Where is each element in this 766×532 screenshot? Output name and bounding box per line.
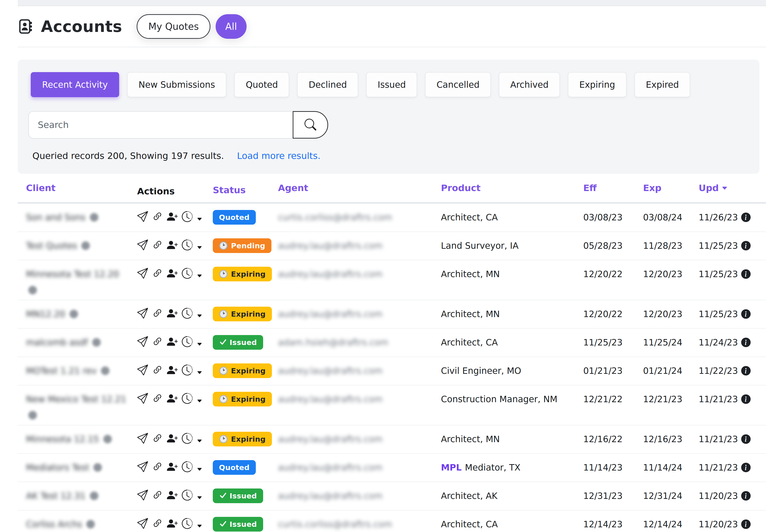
actions-caret-down-icon[interactable]: [197, 367, 202, 378]
tab-recent-activity[interactable]: Recent Activity: [31, 72, 119, 97]
send-icon[interactable]: [137, 393, 148, 406]
link-icon[interactable]: [152, 518, 163, 532]
client-cell[interactable]: New Mexico Test 12.21: [26, 394, 135, 419]
info-icon[interactable]: [741, 241, 751, 253]
actions-caret-down-icon[interactable]: [197, 214, 202, 225]
info-icon[interactable]: [741, 213, 751, 225]
add-contact-icon[interactable]: [167, 365, 178, 378]
link-icon[interactable]: [152, 240, 163, 253]
history-icon[interactable]: [182, 393, 193, 406]
info-icon[interactable]: [741, 491, 751, 503]
history-icon[interactable]: [182, 211, 193, 225]
actions-caret-down-icon[interactable]: [197, 464, 202, 475]
send-icon[interactable]: [137, 490, 148, 503]
info-icon[interactable]: [741, 394, 751, 406]
info-icon[interactable]: [741, 269, 751, 281]
add-contact-icon[interactable]: [167, 336, 178, 350]
send-icon[interactable]: [137, 308, 148, 321]
history-icon[interactable]: [182, 268, 193, 281]
link-icon[interactable]: [152, 433, 163, 446]
client-cell[interactable]: Minnesota 12.15: [26, 434, 135, 445]
link-icon[interactable]: [152, 308, 163, 321]
column-header-client[interactable]: Client: [26, 183, 135, 193]
add-contact-icon[interactable]: [167, 211, 178, 225]
history-icon[interactable]: [182, 365, 193, 378]
client-name[interactable]: Mediators Test: [26, 462, 89, 473]
info-icon[interactable]: [741, 519, 751, 532]
load-more-link[interactable]: Load more results.: [237, 151, 320, 161]
client-name[interactable]: Minnesota Test 12.20: [26, 269, 119, 279]
client-name[interactable]: Minnesota 12.15: [26, 434, 99, 444]
info-icon[interactable]: [741, 434, 751, 446]
client-cell[interactable]: MN12.20: [26, 309, 135, 320]
send-icon[interactable]: [137, 365, 148, 378]
client-cell[interactable]: Mediators Test: [26, 462, 135, 473]
tab-archived[interactable]: Archived: [499, 72, 560, 97]
client-cell[interactable]: malcomb asdf: [26, 337, 135, 348]
send-icon[interactable]: [137, 433, 148, 446]
tab-expiring[interactable]: Expiring: [568, 72, 626, 97]
history-icon[interactable]: [182, 461, 193, 475]
add-contact-icon[interactable]: [167, 308, 178, 321]
add-contact-icon[interactable]: [167, 393, 178, 406]
history-icon[interactable]: [182, 240, 193, 253]
client-cell[interactable]: MOTest 1.21 rev: [26, 366, 135, 376]
link-icon[interactable]: [152, 336, 163, 350]
client-name[interactable]: Son and Sons: [26, 212, 86, 222]
add-contact-icon[interactable]: [167, 268, 178, 281]
client-cell[interactable]: Corliss Archs: [26, 519, 135, 530]
column-header-upd[interactable]: Upd: [699, 183, 766, 193]
column-header-eff[interactable]: Eff: [583, 183, 638, 193]
client-name[interactable]: AK Test 12.31: [26, 491, 86, 501]
link-icon[interactable]: [152, 268, 163, 281]
send-icon[interactable]: [137, 268, 148, 281]
send-icon[interactable]: [137, 240, 148, 253]
send-icon[interactable]: [137, 211, 148, 225]
client-name[interactable]: MN12.20: [26, 309, 65, 319]
tab-quoted[interactable]: Quoted: [234, 72, 289, 97]
send-icon[interactable]: [137, 518, 148, 532]
search-input[interactable]: [28, 111, 298, 139]
client-cell[interactable]: AK Test 12.31: [26, 491, 135, 501]
client-name[interactable]: Corliss Archs: [26, 519, 82, 529]
actions-caret-down-icon[interactable]: [197, 492, 202, 503]
search-button[interactable]: [293, 111, 328, 139]
client-name[interactable]: malcomb asdf: [26, 337, 88, 348]
client-name[interactable]: Test Quotes: [26, 241, 77, 251]
history-icon[interactable]: [182, 336, 193, 350]
client-cell[interactable]: Son and Sons: [26, 212, 135, 223]
tab-expired[interactable]: Expired: [635, 72, 690, 97]
add-contact-icon[interactable]: [167, 433, 178, 446]
send-icon[interactable]: [137, 461, 148, 475]
add-contact-icon[interactable]: [167, 490, 178, 503]
client-name[interactable]: MOTest 1.21 rev: [26, 366, 97, 376]
column-header-exp[interactable]: Exp: [643, 183, 697, 193]
tab-new-submissions[interactable]: New Submissions: [127, 72, 226, 97]
link-icon[interactable]: [152, 461, 163, 475]
link-icon[interactable]: [152, 211, 163, 225]
add-contact-icon[interactable]: [167, 518, 178, 532]
link-icon[interactable]: [152, 393, 163, 406]
info-icon[interactable]: [741, 338, 751, 350]
column-header-status[interactable]: Status: [213, 185, 272, 195]
tab-declined[interactable]: Declined: [297, 72, 358, 97]
info-icon[interactable]: [741, 309, 751, 321]
info-icon[interactable]: [741, 366, 751, 378]
link-icon[interactable]: [152, 365, 163, 378]
history-icon[interactable]: [182, 518, 193, 532]
client-name[interactable]: New Mexico Test 12.21: [26, 394, 126, 404]
add-contact-icon[interactable]: [167, 461, 178, 475]
history-icon[interactable]: [182, 490, 193, 503]
actions-caret-down-icon[interactable]: [197, 436, 202, 446]
column-header-agent[interactable]: Agent: [278, 183, 441, 193]
my-quotes-pill[interactable]: My Quotes: [137, 14, 210, 39]
client-cell[interactable]: Test Quotes: [26, 240, 135, 251]
info-icon[interactable]: [741, 463, 751, 475]
history-icon[interactable]: [182, 433, 193, 446]
add-contact-icon[interactable]: [167, 240, 178, 253]
actions-caret-down-icon[interactable]: [197, 339, 202, 350]
tab-issued[interactable]: Issued: [366, 72, 417, 97]
actions-caret-down-icon[interactable]: [197, 521, 202, 532]
actions-caret-down-icon[interactable]: [197, 270, 202, 281]
actions-caret-down-icon[interactable]: [197, 396, 202, 406]
